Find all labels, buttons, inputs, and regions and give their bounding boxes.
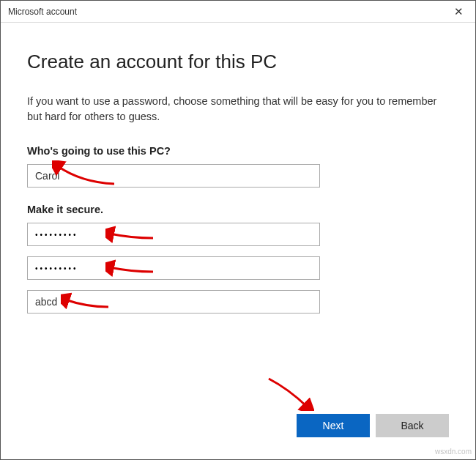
back-button[interactable]: Back: [376, 414, 449, 437]
page-description: If you want to use a password, choose so…: [27, 94, 449, 125]
hint-value: abcd: [35, 296, 57, 308]
content-area: Create an account for this PC If you wan…: [1, 23, 475, 459]
password-confirm-value: •••••••••: [35, 264, 78, 272]
next-button[interactable]: Next: [297, 414, 370, 437]
close-button[interactable]: ✕: [442, 1, 475, 23]
titlebar: Microsoft account ✕: [1, 1, 475, 23]
page-heading: Create an account for this PC: [27, 51, 449, 73]
username-section-label: Who's going to use this PC?: [27, 145, 449, 157]
secure-section-label: Make it secure.: [27, 204, 449, 215]
password-input[interactable]: •••••••••: [27, 223, 320, 246]
close-icon: ✕: [454, 5, 464, 18]
button-row: Next Back: [297, 414, 449, 437]
password-confirm-input[interactable]: •••••••••: [27, 256, 320, 280]
dialog-window: Microsoft account ✕ Create an account fo…: [0, 0, 476, 460]
password-value: •••••••••: [35, 231, 78, 239]
password-hint-input[interactable]: abcd: [27, 290, 320, 314]
window-title: Microsoft account: [8, 7, 77, 17]
username-input[interactable]: Carol: [27, 164, 320, 188]
username-value: Carol: [35, 170, 59, 182]
arrow-annotation-icon: [263, 374, 314, 411]
